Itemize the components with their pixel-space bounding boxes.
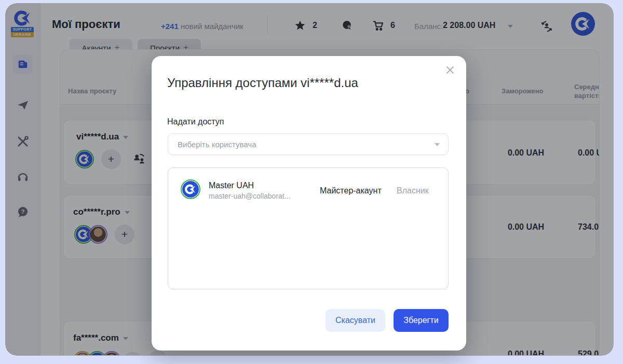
save-button[interactable]: Зберегти xyxy=(394,309,449,332)
access-management-modal: Управління доступами vi*****d.ua Надати … xyxy=(152,56,466,351)
grant-access-label: Надати доступ xyxy=(167,117,224,127)
modal-title: Управління доступами vi*****d.ua xyxy=(167,76,358,90)
cancel-button[interactable]: Скасувати xyxy=(326,309,385,332)
account-type-label: Майстер-акаунт xyxy=(320,186,382,195)
user-email: master-uah@collaborat... xyxy=(209,192,290,200)
user-role-label: Власник xyxy=(397,186,429,195)
select-caret-icon[interactable] xyxy=(435,143,440,146)
user-select-placeholder: Виберіть користувача xyxy=(178,140,256,149)
avatar-logo-icon xyxy=(185,184,196,195)
user-list-avatar xyxy=(181,179,200,199)
user-name: Master UAH xyxy=(209,181,254,190)
user-select[interactable]: Виберіть користувача xyxy=(168,133,449,155)
access-user-list: Master UAH master-uah@collaborat... Майс… xyxy=(168,167,449,289)
close-icon[interactable] xyxy=(442,62,458,78)
